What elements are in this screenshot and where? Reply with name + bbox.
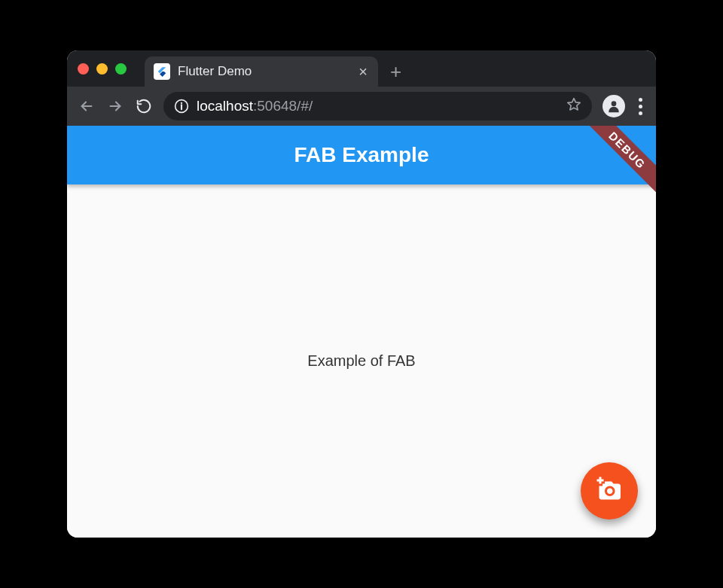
profile-avatar-button[interactable] — [602, 95, 625, 117]
app-bar-title: FAB Example — [294, 143, 429, 167]
browser-window: Flutter Demo × + localhost:50648/#/ — [67, 50, 656, 538]
address-bar[interactable]: localhost:50648/#/ — [163, 92, 592, 120]
body-label: Example of FAB — [307, 352, 415, 370]
url-host: localhost — [197, 98, 253, 114]
tab-title: Flutter Demo — [178, 64, 351, 79]
app-viewport: FAB Example DEBUG Example of FAB — [67, 126, 656, 538]
tab-strip: Flutter Demo × + — [67, 50, 656, 87]
close-tab-icon[interactable]: × — [358, 64, 368, 79]
floating-action-button[interactable] — [581, 462, 638, 519]
site-info-icon[interactable] — [174, 99, 189, 114]
window-zoom-button[interactable] — [115, 63, 127, 75]
browser-tab-active[interactable]: Flutter Demo × — [145, 56, 378, 87]
back-button[interactable] — [78, 97, 96, 115]
window-traffic-lights — [78, 63, 127, 75]
reload-button[interactable] — [135, 97, 153, 115]
window-close-button[interactable] — [78, 63, 89, 75]
flutter-favicon-icon — [154, 63, 170, 80]
new-tab-button[interactable]: + — [390, 62, 401, 81]
url-text: localhost:50648/#/ — [197, 98, 313, 114]
add-a-photo-icon — [596, 476, 623, 506]
forward-button[interactable] — [106, 97, 124, 115]
svg-point-2 — [181, 102, 182, 104]
svg-point-3 — [612, 101, 617, 106]
app-bar: FAB Example — [67, 126, 656, 184]
body-center-text: Example of FAB — [67, 184, 656, 538]
browser-menu-button[interactable] — [636, 98, 645, 115]
window-minimize-button[interactable] — [96, 63, 108, 75]
browser-toolbar: localhost:50648/#/ — [67, 87, 656, 126]
bookmark-star-icon[interactable] — [566, 97, 581, 115]
url-rest: :50648/#/ — [253, 98, 313, 114]
